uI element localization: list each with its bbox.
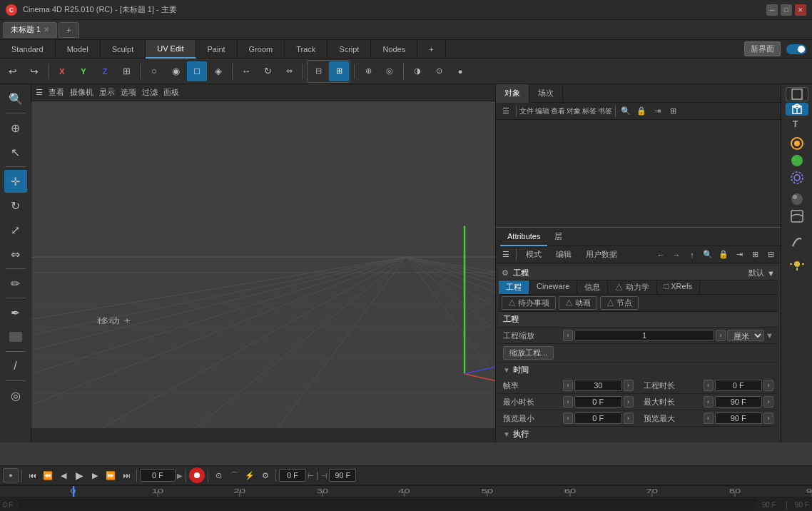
tab-untitled[interactable]: 未标题 1 ✕ [3, 22, 57, 38]
proj-time-value[interactable]: 0 F [715, 380, 763, 391]
tl-frame-arrow-right[interactable]: ▶ [177, 472, 183, 480]
scale-decrease[interactable]: ‹ [563, 330, 573, 341]
sub-tab-animate[interactable]: △ 动画 [559, 296, 597, 310]
prev-max-value[interactable]: 90 F [715, 413, 763, 424]
attr-up-icon[interactable]: ↑ [685, 248, 699, 262]
obj-tb-object[interactable]: 对象 [567, 104, 581, 118]
scale-tool-icon[interactable]: ⇔ [279, 61, 299, 81]
tl-start[interactable]: ⏮ [25, 468, 39, 482]
min-increase[interactable]: › [624, 396, 634, 408]
paint2-icon[interactable] [4, 325, 27, 348]
obj-tb-menu[interactable]: ☰ [499, 104, 513, 118]
project-tab-cineware[interactable]: Cineware [529, 280, 577, 294]
tab-object[interactable]: 对象 [496, 84, 529, 103]
viewport-filter-menu[interactable]: 过滤 [142, 87, 158, 98]
weld-icon[interactable]: ◎ [4, 384, 27, 407]
minimize-button[interactable]: ─ [766, 4, 778, 16]
viewport-display-menu[interactable]: 显示 [99, 87, 115, 98]
scale-value[interactable]: 1 [574, 330, 714, 341]
scale-increase[interactable]: › [716, 330, 726, 341]
rotate-icon[interactable]: ↻ [4, 194, 27, 217]
viewport-options-menu[interactable]: 选项 [121, 87, 136, 98]
obj-tb-view[interactable]: 查看 [551, 104, 565, 118]
tab-nodes[interactable]: Nodes [371, 40, 417, 59]
cylinder-icon[interactable]: ◉ [166, 61, 186, 81]
obj-link-icon[interactable]: ⇥ [650, 104, 664, 118]
move-x-icon[interactable]: X [52, 61, 72, 81]
tab-attributes[interactable]: Attributes [500, 228, 547, 246]
project-tab-dynamics[interactable]: △ 动力学 [608, 280, 656, 294]
fps-increase[interactable]: › [624, 380, 634, 391]
timeline-track[interactable]: 0 F 90 F │ 90 F [0, 497, 812, 511]
tab-sculpt[interactable]: Sculpt [101, 40, 146, 59]
tab-layers[interactable]: 层 [547, 228, 569, 246]
attr-menu-icon[interactable]: ☰ [499, 248, 513, 262]
tl-snap-icon[interactable]: ⊙ [211, 468, 225, 482]
attr-edit-btn[interactable]: 编辑 [549, 248, 578, 261]
rs-green-icon[interactable] [786, 153, 808, 168]
select-tool-icon[interactable]: ⊕ [4, 116, 27, 139]
prev-max-decrease[interactable]: ‹ [704, 413, 714, 424]
move-z-icon[interactable]: Z [95, 61, 115, 81]
move-y-icon[interactable]: Y [73, 61, 93, 81]
tab-script[interactable]: Script [328, 40, 371, 59]
tl-auto-icon[interactable]: ⚡ [243, 468, 257, 482]
tab-plus[interactable]: + [417, 40, 445, 59]
search-icon[interactable]: 🔍 [4, 87, 27, 110]
scale-icon[interactable]: ⤢ [4, 218, 27, 241]
rs-cube-icon[interactable] [786, 103, 808, 116]
project-tab-info[interactable]: 信息 [577, 280, 608, 294]
tl-settings-icon[interactable]: ⚙ [258, 468, 273, 482]
render-region-icon[interactable]: ⊙ [429, 61, 449, 81]
attr-expand-icon[interactable]: ⊟ [763, 248, 778, 262]
max-decrease[interactable]: ‹ [704, 396, 714, 408]
project-tab-project[interactable]: 工程 [499, 280, 529, 294]
sub-tab-todo[interactable]: △ 待办事项 [502, 296, 556, 310]
attr-userdata-btn[interactable]: 用户数据 [579, 248, 624, 261]
sub-tab-nodes[interactable]: △ 节点 [600, 296, 639, 310]
sphere-icon[interactable]: ○ [144, 61, 164, 81]
render-icon[interactable]: ◑ [407, 61, 427, 81]
object-icon2[interactable]: ◈ [208, 61, 228, 81]
snap-icon2[interactable]: ◎ [380, 61, 400, 81]
viewport-camera-menu[interactable]: 摄像机 [70, 87, 93, 98]
grid-icon2[interactable]: ⊞ [329, 61, 349, 81]
rs-deformer-icon[interactable] [786, 208, 808, 224]
prev-max-increase[interactable]: › [763, 413, 773, 424]
tab-model[interactable]: Model [56, 40, 101, 59]
pen-icon[interactable]: ✒ [4, 301, 27, 324]
move-tool-icon[interactable]: ↔ [236, 61, 256, 81]
scale-project-button[interactable]: 缩放工程... [503, 346, 554, 360]
rs-select-icon[interactable] [786, 87, 808, 101]
tl-prev-frame[interactable]: ◀ [56, 468, 71, 482]
obj-lock-icon[interactable]: 🔒 [634, 104, 649, 118]
grid-icon1[interactable]: ⊟ [308, 61, 328, 81]
tl-record-button[interactable] [189, 467, 205, 483]
prev-min-decrease[interactable]: ‹ [563, 413, 573, 424]
max-value[interactable]: 90 F [715, 396, 763, 408]
rs-gear-icon[interactable] [786, 170, 808, 186]
snap-icon[interactable]: ⊕ [358, 61, 378, 81]
close-button[interactable]: ✕ [795, 4, 806, 16]
attr-link-icon[interactable]: ⇥ [732, 248, 746, 262]
max-increase[interactable]: › [763, 396, 773, 408]
obj-more-icon[interactable]: ⊞ [666, 104, 680, 118]
time-collapse-arrow[interactable]: ▼ [503, 366, 510, 374]
unit-select[interactable]: 厘米 米 毫米 [727, 330, 764, 341]
tl-play[interactable]: ▶ [72, 468, 86, 482]
tab-close-icon[interactable]: ✕ [44, 26, 49, 34]
live-select-icon[interactable]: ↖ [4, 141, 27, 163]
attr-search-icon[interactable]: 🔍 [701, 248, 715, 262]
execute-collapse-arrow[interactable]: ▼ [503, 430, 510, 438]
viewport-panel-menu[interactable]: 面板 [163, 87, 179, 98]
fps-value[interactable]: 30 [574, 380, 622, 391]
obj-tb-bookmark[interactable]: 书签 [598, 104, 612, 118]
attr-mode-btn[interactable]: 模式 [519, 248, 548, 261]
tab-scene[interactable]: 场次 [529, 84, 563, 103]
transform-icon1[interactable]: ⊞ [116, 61, 136, 81]
knife-icon[interactable]: / [4, 355, 27, 378]
fps-decrease[interactable]: ‹ [563, 380, 573, 391]
cube-active-icon[interactable]: □ [187, 61, 207, 81]
new-ui-button[interactable]: 新界面 [744, 41, 781, 56]
attr-forward-icon[interactable]: → [669, 248, 684, 262]
